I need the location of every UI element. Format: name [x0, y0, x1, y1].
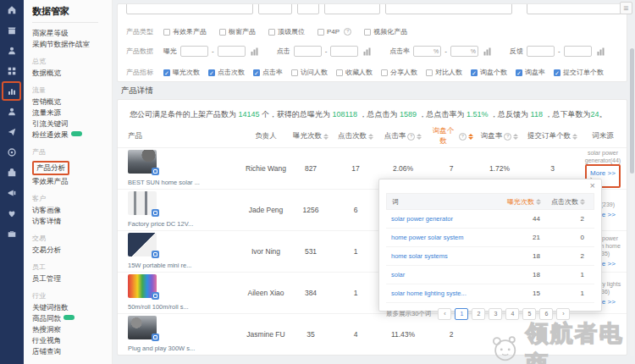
- sidebar-item-top-0[interactable]: 商家星等级: [32, 28, 112, 39]
- checkbox-icon[interactable]: [426, 69, 433, 76]
- page-button-4[interactable]: 4: [505, 308, 519, 320]
- sort-icon[interactable]: [417, 134, 422, 140]
- sort-icon[interactable]: [580, 199, 585, 205]
- column-header-6[interactable]: 询盘率?: [473, 131, 526, 141]
- metric-checkbox-3[interactable]: 访问人数: [291, 68, 328, 77]
- metric-checkbox-9[interactable]: 提交订单个数: [554, 68, 604, 77]
- popup-column-header-1[interactable]: 曝光次数: [495, 197, 549, 207]
- checkbox-icon[interactable]: [381, 69, 388, 76]
- sidebar-item-6-3[interactable]: 行业视角: [32, 335, 112, 346]
- sidebar-item-1-2[interactable]: 引流关键词: [32, 119, 112, 130]
- similar-image-icon[interactable]: [152, 334, 159, 341]
- range-min-input[interactable]: [527, 46, 555, 57]
- filter-select-5[interactable]: [527, 3, 621, 14]
- type-checkbox-3[interactable]: P4P?: [318, 27, 351, 36]
- metric-checkbox-2[interactable]: 点击率: [253, 68, 283, 77]
- info-icon[interactable]: ?: [459, 133, 467, 141]
- sidebar-item-top-1[interactable]: 采购节数据作战室: [32, 39, 112, 50]
- sort-icon[interactable]: [368, 134, 373, 140]
- checkbox-icon[interactable]: [318, 29, 324, 36]
- sidebar-item-2-1[interactable]: 零效果产品: [32, 176, 112, 187]
- page-button-‹[interactable]: ‹: [438, 308, 451, 320]
- checkbox-icon[interactable]: [163, 69, 170, 76]
- store-icon[interactable]: [0, 20, 24, 41]
- popup-keyword-link[interactable]: solar: [386, 271, 496, 279]
- filter-select-4[interactable]: [324, 3, 380, 14]
- similar-image-icon[interactable]: [152, 168, 159, 175]
- megaphone-icon[interactable]: [0, 183, 24, 203]
- product-image[interactable]: [128, 233, 157, 256]
- metric-checkbox-4[interactable]: 收藏人数: [336, 68, 373, 77]
- sidebar-item-6-2[interactable]: 热搜洞察: [32, 324, 112, 335]
- sidebar-item-1-1[interactable]: 流量来源: [32, 108, 112, 119]
- sort-icon[interactable]: [572, 134, 577, 140]
- checkbox-icon[interactable]: [364, 29, 371, 36]
- type-checkbox-2[interactable]: 顶级展位: [268, 27, 305, 36]
- sidebar-item-3-1[interactable]: 访客详情: [32, 216, 112, 227]
- page-button-1[interactable]: 1: [455, 308, 468, 320]
- sidebar-item-6-1[interactable]: 商品同款: [32, 313, 112, 324]
- briefcase-icon[interactable]: [0, 223, 24, 244]
- range-max-input[interactable]: [330, 46, 358, 57]
- product-name[interactable]: Factory price DC 12V...: [128, 219, 229, 229]
- floating-widget-icon[interactable]: ☰: [620, 2, 632, 14]
- checkbox-icon[interactable]: [268, 29, 275, 36]
- type-checkbox-1[interactable]: 橱窗产品: [219, 27, 256, 36]
- sidebar-item-1-0[interactable]: 营销概览: [32, 97, 112, 108]
- filter-select-2[interactable]: [258, 3, 292, 14]
- sidebar-item-6-0[interactable]: 关键词指数: [32, 302, 112, 313]
- range-min-input[interactable]: [294, 46, 322, 57]
- popup-column-header-2[interactable]: 点击次数: [549, 197, 594, 207]
- heart-icon[interactable]: [0, 203, 24, 223]
- range-max-input[interactable]: [218, 46, 246, 57]
- sort-icon[interactable]: [536, 199, 541, 205]
- product-name[interactable]: Plug and play 300W s...: [128, 344, 229, 353]
- metric-checkbox-1[interactable]: 点击次数: [208, 68, 245, 77]
- checkbox-icon[interactable]: [516, 69, 522, 76]
- info-icon[interactable]: ?: [504, 133, 511, 141]
- product-name[interactable]: BEST SUN home solar ...: [128, 178, 229, 187]
- product-image[interactable]: [128, 150, 157, 174]
- sidebar-item-4-0[interactable]: 交易分析: [32, 245, 112, 256]
- sidebar-item-2-0[interactable]: 产品分析: [32, 161, 69, 175]
- similar-image-icon[interactable]: [152, 292, 159, 300]
- scrollbar-thumb[interactable]: [630, 48, 634, 174]
- page-button-6[interactable]: 6: [539, 308, 553, 320]
- histogram-icon[interactable]: [251, 47, 258, 56]
- product-image[interactable]: [128, 316, 157, 339]
- target-icon[interactable]: [0, 142, 24, 163]
- similar-image-icon[interactable]: [152, 209, 159, 217]
- page-button-5[interactable]: 5: [522, 308, 536, 320]
- sidebar-item-0-0[interactable]: 数据概览: [32, 68, 112, 79]
- histogram-icon[interactable]: [597, 47, 605, 56]
- apps-grid-icon[interactable]: [0, 61, 24, 81]
- info-icon[interactable]: ?: [344, 28, 351, 36]
- range-max-input[interactable]: [564, 46, 592, 57]
- sidebar-item-5-0[interactable]: 员工管理: [32, 273, 112, 284]
- metric-checkbox-6[interactable]: 对比人数: [426, 68, 462, 77]
- column-header-5[interactable]: 询盘个数?: [429, 126, 473, 146]
- popup-keyword-link[interactable]: solar power generator: [386, 215, 496, 223]
- product-name[interactable]: 50m/roll 100m/roll s...: [128, 302, 229, 312]
- checkbox-icon[interactable]: [219, 29, 226, 36]
- metric-checkbox-7[interactable]: 询盘个数: [471, 68, 507, 77]
- checkbox-icon[interactable]: [471, 69, 478, 76]
- user-icon[interactable]: [0, 41, 24, 61]
- info-icon[interactable]: ?: [407, 133, 415, 141]
- checkbox-icon[interactable]: [253, 69, 260, 76]
- product-image[interactable]: [128, 274, 157, 298]
- checkbox-icon[interactable]: [336, 69, 343, 76]
- page-button-›[interactable]: ›: [556, 308, 570, 320]
- filter-select-1[interactable]: [126, 3, 253, 14]
- type-checkbox-4[interactable]: 视频化产品: [364, 27, 407, 36]
- sidebar-item-3-0[interactable]: 访客画像: [32, 205, 112, 216]
- sort-icon[interactable]: [513, 134, 518, 140]
- column-header-7[interactable]: 提交订单个数: [526, 131, 579, 141]
- checkbox-icon[interactable]: [208, 69, 215, 76]
- metric-checkbox-0[interactable]: 曝光次数: [163, 68, 200, 77]
- popup-keyword-link[interactable]: home power solar system: [386, 234, 496, 241]
- similar-image-icon[interactable]: [152, 251, 159, 258]
- sort-icon[interactable]: [323, 134, 329, 140]
- column-header-4[interactable]: 点击率?: [377, 131, 429, 141]
- bag-icon[interactable]: [0, 163, 24, 183]
